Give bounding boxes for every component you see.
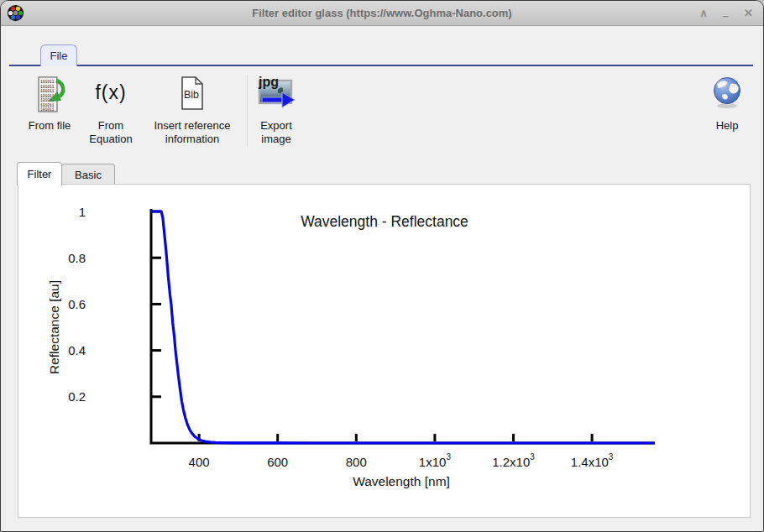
help-label: Help [716,119,739,133]
x-tick-label: 1.2x103 [492,452,535,469]
x-axis-label: Wavelength [nm] [353,474,450,488]
help-button[interactable]: Help [700,75,754,133]
svg-text:101011: 101011 [40,103,55,107]
x-tick-label: 1x103 [419,452,452,469]
svg-text:jpg: jpg [258,75,279,89]
ribbon-divider [9,65,753,66]
export-image-label: Export image [260,119,292,147]
x-tick-label: 1.4x103 [571,452,614,469]
svg-text:101011: 101011 [40,89,55,93]
reflectance-chart: 0.20.40.60.814006008001x1031.2x1031.4x10… [18,185,748,515]
globe-icon [711,75,743,115]
svg-text:101011: 101011 [40,80,55,84]
fx-equation-icon: f(x) [95,75,126,115]
minimize-button[interactable]: – [723,10,729,21]
insert-reference-button[interactable]: Bib Insert reference information [139,75,246,147]
y-tick-label: 0.4 [68,343,86,357]
x-tick-label: 800 [346,455,367,469]
window-title: Filter editor glass (https://www.Oghma-N… [1,1,763,25]
jpg-export-icon: jpg [256,75,296,115]
svg-text:101011: 101011 [40,85,55,89]
shade-button[interactable]: ∧ [699,8,708,18]
x-tick-label: 400 [189,455,210,469]
binary-document-green-arrow-icon: 101011 101011 101011 101011 101011 10101… [32,75,67,115]
screenshot-stage: Filter editor glass (https://www.Oghma-N… [0,0,764,532]
toolbar-separator [247,75,248,147]
from-equation-button[interactable]: f(x) From Equation [81,75,140,147]
bib-document-icon: Bib [178,75,207,115]
ribbon-tab-file[interactable]: File [40,44,77,66]
x-tick-label: 600 [267,455,288,469]
from-equation-label: From Equation [89,119,132,147]
title-bar[interactable]: Filter editor glass (https://www.Oghma-N… [1,1,763,26]
svg-text:101011: 101011 [40,107,55,112]
window-controls: ∧ – ✕ [699,1,753,25]
from-file-button[interactable]: 101011 101011 101011 101011 101011 10101… [16,75,83,133]
tab-basic[interactable]: Basic [61,164,115,185]
y-tick-label: 1 [79,205,86,219]
y-tick-label: 0.8 [68,251,86,265]
svg-text:Bib: Bib [184,89,199,101]
chart-axes [151,209,655,443]
insert-reference-label: Insert reference information [154,119,230,147]
reflectance-curve [151,211,655,443]
app-window: Filter editor glass (https://www.Oghma-N… [0,0,764,532]
from-file-label: From file [29,119,71,133]
y-tick-label: 0.6 [68,297,86,311]
filter-panel: 0.20.40.60.814006008001x1031.2x1031.4x10… [18,184,751,518]
chart-title: Wavelength - Reflectance [301,213,468,230]
tab-filter[interactable]: Filter [17,162,62,185]
export-image-button[interactable]: jpg Export image [250,75,302,147]
close-button[interactable]: ✕ [744,8,753,18]
y-tick-label: 0.2 [68,389,86,404]
y-axis-label: Reflectance [au] [47,280,61,374]
